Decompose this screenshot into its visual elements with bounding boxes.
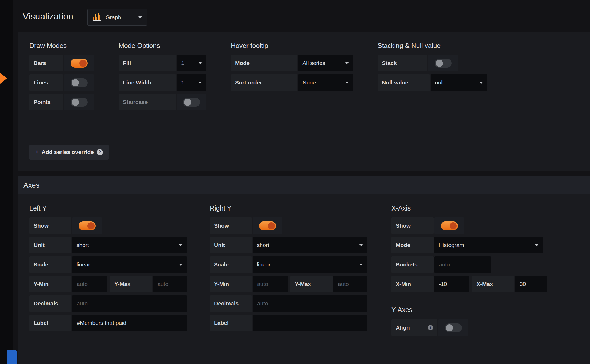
right-y-scale-row: Scale linear: [210, 256, 367, 273]
fill-select-value: 1: [181, 60, 198, 66]
points-toggle[interactable]: [64, 94, 94, 110]
viz-type-picker[interactable]: Graph: [87, 9, 147, 26]
left-y-unit-select[interactable]: short: [72, 237, 187, 253]
x-max-input[interactable]: [515, 276, 547, 292]
line-width-row: Line Width 1: [119, 74, 206, 91]
left-y-decimals-input[interactable]: [72, 295, 187, 312]
align-toggle[interactable]: [438, 319, 468, 336]
tooltip-mode-label: Mode: [231, 55, 297, 71]
left-y-max-input[interactable]: [153, 276, 187, 292]
right-y-unit-select-value: short: [257, 242, 359, 248]
null-value-label: Null value: [378, 74, 430, 91]
right-y-label-label: Label: [210, 315, 252, 331]
plus-icon: +: [35, 149, 39, 156]
left-y-column: Left Y Show Unit short Scale: [29, 204, 187, 331]
right-y-max-input[interactable]: [333, 276, 367, 292]
bottom-left-button[interactable]: [7, 350, 17, 364]
x-axis-heading: X-Axis: [391, 204, 547, 212]
buckets-label: Buckets: [391, 256, 434, 273]
right-y-min-input[interactable]: [253, 276, 288, 292]
chevron-down-icon: [138, 16, 142, 18]
null-value-select[interactable]: null: [431, 74, 487, 91]
line-width-select[interactable]: 1: [177, 74, 206, 91]
stack-label: Stack: [378, 55, 427, 71]
bars-row: Bars: [29, 55, 94, 71]
right-y-scale-select[interactable]: linear: [253, 256, 367, 273]
buckets-input[interactable]: [434, 256, 491, 273]
chevron-down-icon: [345, 82, 349, 84]
right-y-label-input[interactable]: [253, 315, 367, 331]
chevron-down-icon: [198, 62, 202, 64]
points-toggle-track: [71, 98, 88, 107]
tooltip-mode-select-value: All series: [302, 60, 345, 66]
left-y-unit-label: Unit: [29, 237, 71, 253]
right-y-show-toggle-track: [259, 221, 276, 230]
points-label: Points: [29, 94, 63, 110]
left-y-show-label: Show: [29, 217, 71, 234]
sort-order-select[interactable]: None: [298, 74, 353, 91]
draw-modes-heading: Draw Modes: [29, 42, 94, 50]
buckets-row: Buckets: [391, 256, 547, 273]
mode-options-heading: Mode Options: [119, 42, 206, 50]
mode-options-column: Mode Options Fill 1 Line Width 1 Stairca…: [119, 42, 206, 110]
fill-row: Fill 1: [119, 55, 206, 71]
right-y-decimals-label: Decimals: [210, 295, 252, 312]
x-axis-show-row: Show: [391, 217, 547, 234]
left-y-label-row: Label: [29, 315, 187, 331]
bars-toggle[interactable]: [64, 55, 94, 71]
left-y-min-label: Y-Min: [29, 276, 71, 292]
staircase-toggle[interactable]: [177, 94, 206, 110]
left-y-unit-row: Unit short: [29, 237, 187, 253]
right-y-show-toggle[interactable]: [253, 217, 282, 234]
stack-toggle[interactable]: [428, 55, 458, 71]
staircase-label: Staircase: [119, 94, 176, 110]
right-y-show-row: Show: [210, 217, 367, 234]
sidebar-strip: [0, 0, 13, 364]
chevron-down-icon: [359, 264, 363, 266]
x-axis-show-toggle-track: [441, 221, 458, 230]
sidebar-expand-arrow[interactable]: [0, 73, 7, 84]
right-y-label-row: Label: [210, 315, 367, 331]
y-axes-heading: Y-Axes: [391, 306, 547, 314]
chevron-down-icon: [535, 244, 539, 246]
left-y-scale-select-value: linear: [76, 261, 179, 268]
left-y-label-input[interactable]: [72, 315, 187, 331]
lines-label: Lines: [29, 74, 63, 91]
left-y-label-label: Label: [29, 315, 71, 331]
x-axis-mode-row: Mode Histogram: [391, 237, 547, 253]
bars-label: Bars: [29, 55, 63, 71]
staircase-toggle-track: [183, 98, 200, 107]
right-y-unit-select[interactable]: short: [253, 237, 367, 253]
left-y-min-input[interactable]: [72, 276, 107, 292]
tooltip-mode-row: Mode All series: [231, 55, 353, 71]
right-y-decimals-input[interactable]: [253, 295, 367, 312]
left-y-decimals-row: Decimals: [29, 295, 187, 312]
toggle-knob: [72, 79, 79, 86]
viz-type-value: Graph: [106, 14, 135, 21]
axes-body: Left Y Show Unit short Scale: [18, 194, 590, 364]
stacking-column: Stacking & Null value Stack Null value n…: [378, 42, 487, 91]
left-y-scale-select[interactable]: linear: [72, 256, 187, 273]
graph-icon: [92, 13, 102, 22]
x-axis-column: X-Axis Show Mode Histogram Buckets: [391, 204, 547, 336]
align-label: Align i: [391, 319, 437, 336]
align-row: Align i: [391, 319, 547, 336]
right-y-unit-row: Unit short: [210, 237, 367, 253]
left-y-min-max-row: Y-Min Y-Max: [29, 276, 187, 292]
fill-select[interactable]: 1: [177, 55, 206, 71]
x-axis-mode-label: Mode: [391, 237, 434, 253]
lines-toggle[interactable]: [64, 74, 94, 91]
align-toggle-track: [445, 323, 462, 332]
left-y-show-toggle[interactable]: [72, 217, 102, 234]
sort-order-row: Sort order None: [231, 74, 353, 91]
right-y-max-label: Y-Max: [290, 276, 333, 292]
hover-tooltip-column: Hover tooltip Mode All series Sort order…: [231, 42, 353, 91]
right-y-column: Right Y Show Unit short Scale: [210, 204, 367, 331]
staircase-row: Staircase: [119, 94, 206, 110]
x-min-input[interactable]: [434, 276, 469, 292]
tooltip-mode-select[interactable]: All series: [298, 55, 353, 71]
add-series-override-button[interactable]: + Add series override ?: [29, 145, 109, 160]
line-width-label: Line Width: [119, 74, 176, 91]
x-axis-mode-select[interactable]: Histogram: [434, 237, 543, 253]
x-axis-show-toggle[interactable]: [434, 217, 464, 234]
